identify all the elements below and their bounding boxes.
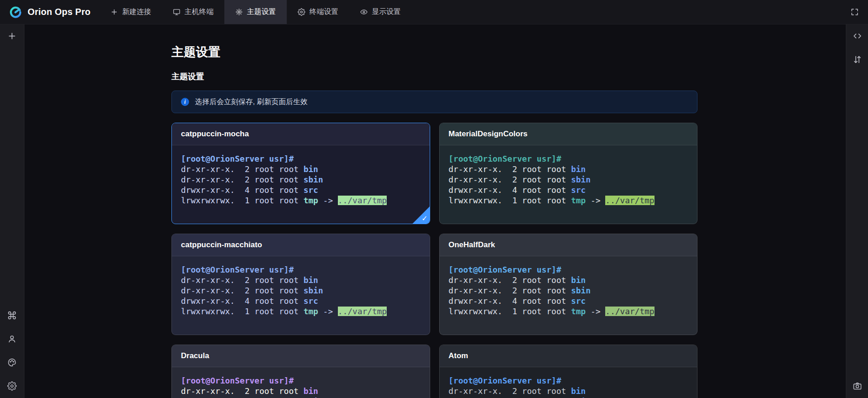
nav-label: 新建连接: [122, 7, 151, 17]
nav-host-terminal[interactable]: 主机终端: [162, 0, 224, 24]
theme-card-OneHalfDark[interactable]: OneHalfDark[root@OrionServer usr]#dr-xr-…: [439, 234, 698, 335]
terminal-preview: [root@OrionServer usr]#dr-xr-xr-x. 2 roo…: [172, 367, 430, 398]
nav-terminal-settings[interactable]: 终端设置: [287, 0, 349, 24]
app-brand: Orion Ops Pro: [0, 5, 100, 19]
theme-card-title: catppuccin-mocha: [172, 123, 430, 145]
theme-card-MaterialDesignColors[interactable]: MaterialDesignColors[root@OrionServer us…: [439, 123, 698, 224]
nav-display-settings[interactable]: 显示设置: [349, 0, 412, 24]
app-title: Orion Ops Pro: [28, 7, 90, 17]
theme-grid: catppuccin-mocha[root@OrionServer usr]#d…: [171, 123, 697, 398]
theme-card-title: Atom: [440, 345, 697, 367]
nav-theme-settings[interactable]: 主题设置: [224, 0, 287, 24]
theme-card-title: catppuccin-macchiato: [172, 234, 430, 256]
top-nav-bar: Orion Ops Pro 新建连接 主机终端 主题设置 终端设置 显示设置: [0, 0, 868, 24]
command-icon[interactable]: [7, 311, 17, 320]
terminal-preview: [root@OrionServer usr]#dr-xr-xr-x. 2 roo…: [172, 145, 430, 224]
page-title: 主题设置: [171, 45, 697, 59]
theme-card-Atom[interactable]: Atom[root@OrionServer usr]#dr-xr-xr-x. 2…: [439, 345, 698, 398]
terminal-preview: [root@OrionServer usr]#dr-xr-xr-x. 2 roo…: [440, 256, 697, 335]
top-nav: 新建连接 主机终端 主题设置 终端设置 显示设置: [100, 0, 412, 24]
orion-logo-icon: [8, 5, 23, 19]
terminal-preview: [root@OrionServer usr]#dr-xr-xr-x. 2 roo…: [172, 256, 430, 335]
theme-card-catppuccin-macchiato[interactable]: catppuccin-macchiato[root@OrionServer us…: [171, 234, 430, 335]
theme-card-catppuccin-mocha[interactable]: catppuccin-mocha[root@OrionServer usr]#d…: [171, 123, 430, 224]
plus-icon: [110, 8, 118, 16]
code-icon[interactable]: [853, 31, 862, 41]
host-terminal-icon: [173, 8, 180, 16]
theme-card-title: MaterialDesignColors: [440, 123, 697, 145]
info-alert-text: 选择后会立刻保存, 刷新页面后生效: [195, 97, 308, 107]
theme-card-title: OneHalfDark: [440, 234, 697, 256]
sort-icon[interactable]: [853, 55, 862, 64]
theme-settings-icon: [235, 8, 243, 16]
nav-label: 主机终端: [185, 7, 213, 17]
right-sidebar: [846, 24, 868, 398]
left-sidebar: [0, 24, 24, 398]
camera-icon[interactable]: [853, 381, 862, 391]
theme-card-title: Dracula: [172, 345, 430, 367]
theme-icon[interactable]: [7, 358, 17, 367]
section-title: 主题设置: [171, 72, 697, 82]
user-icon[interactable]: [7, 334, 17, 344]
nav-label: 显示设置: [372, 7, 401, 17]
terminal-preview: [root@OrionServer usr]#dr-xr-xr-x. 2 roo…: [440, 145, 697, 224]
nav-new-connection[interactable]: 新建连接: [100, 0, 162, 24]
fullscreen-icon[interactable]: [850, 8, 859, 16]
nav-label: 终端设置: [309, 7, 338, 17]
main-content: 主题设置 主题设置 i 选择后会立刻保存, 刷新页面后生效 catppuccin…: [24, 24, 846, 398]
info-circle-icon: i: [181, 98, 189, 106]
new-tab-plus-icon[interactable]: [7, 31, 17, 41]
terminal-preview: [root@OrionServer usr]#dr-xr-xr-x. 2 roo…: [440, 367, 697, 398]
settings-icon[interactable]: [7, 381, 17, 391]
check-icon: ✓: [422, 214, 427, 223]
info-alert: i 选择后会立刻保存, 刷新页面后生效: [171, 91, 697, 113]
theme-card-Dracula[interactable]: Dracula[root@OrionServer usr]#dr-xr-xr-x…: [171, 345, 430, 398]
nav-label: 主题设置: [247, 7, 276, 17]
terminal-settings-icon: [298, 8, 305, 16]
display-settings-icon: [360, 8, 368, 16]
